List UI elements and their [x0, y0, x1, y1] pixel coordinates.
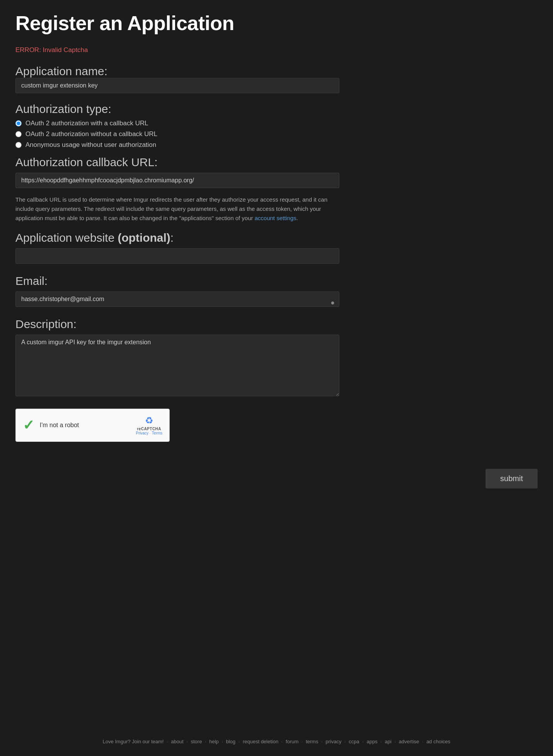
footer-request-deletion[interactable]: request deletion: [243, 739, 278, 744]
footer-apps[interactable]: apps: [367, 739, 378, 744]
callback-url-label: Authorization callback URL:: [15, 156, 339, 169]
captcha-checkmark-icon: ✓: [23, 417, 34, 433]
app-name-label: Application name:: [15, 65, 107, 77]
footer-store[interactable]: store: [191, 739, 202, 744]
app-name-input[interactable]: [15, 78, 339, 93]
captcha-links: Privacy - Terms: [136, 431, 162, 435]
callback-info-text: The callback URL is used to determine wh…: [15, 195, 339, 223]
footer-help[interactable]: help: [209, 739, 219, 744]
error-message: ERROR: Invalid Captcha: [15, 46, 339, 54]
footer-forum[interactable]: forum: [286, 739, 298, 744]
app-website-input[interactable]: [15, 248, 339, 264]
account-settings-link[interactable]: account settings: [255, 215, 296, 221]
radio-anonymous-label: Anonymous usage without user authorizati…: [25, 141, 156, 149]
app-website-label: Application website (optional):: [15, 231, 339, 244]
footer: Love Imgur? Join our team! · about · sto…: [0, 739, 553, 744]
radio-anonymous-input[interactable]: [15, 142, 22, 148]
footer-api[interactable]: api: [385, 739, 391, 744]
captcha-label: I'm not a robot: [40, 422, 79, 429]
footer-blog[interactable]: blog: [226, 739, 236, 744]
footer-ad-choices[interactable]: ad choices: [427, 739, 450, 744]
submit-button[interactable]: submit: [486, 469, 538, 488]
captcha-widget[interactable]: ✓ I'm not a robot ♻ reCAPTCHA Privacy - …: [15, 409, 170, 442]
radio-oauth-no-callback-label: OAuth 2 authorization without a callback…: [25, 130, 157, 138]
footer-love: Love Imgur? Join our team!: [103, 739, 164, 744]
captcha-terms-link[interactable]: Terms: [152, 431, 162, 435]
email-input[interactable]: [15, 291, 339, 307]
captcha-left: ✓ I'm not a robot: [23, 417, 79, 433]
footer-terms[interactable]: terms: [306, 739, 319, 744]
description-textarea[interactable]: A custom imgur API key for the imgur ext…: [15, 335, 339, 396]
page-title: Register an Application: [15, 12, 339, 35]
radio-oauth-no-callback[interactable]: OAuth 2 authorization without a callback…: [15, 130, 339, 138]
captcha-right: ♻ reCAPTCHA Privacy - Terms: [136, 415, 162, 435]
description-label: Description:: [15, 318, 339, 331]
radio-anonymous[interactable]: Anonymous usage without user authorizati…: [15, 141, 339, 149]
radio-oauth-callback-input[interactable]: [15, 120, 22, 126]
radio-oauth-no-callback-input[interactable]: [15, 131, 22, 137]
footer-ccpa[interactable]: ccpa: [349, 739, 359, 744]
email-icon: ●: [330, 299, 335, 307]
radio-oauth-callback[interactable]: OAuth 2 authorization with a callback UR…: [15, 120, 339, 127]
captcha-privacy-link[interactable]: Privacy: [136, 431, 148, 435]
email-label: Email:: [15, 274, 339, 288]
captcha-brand: reCAPTCHA: [136, 427, 162, 431]
radio-oauth-callback-label: OAuth 2 authorization with a callback UR…: [25, 120, 148, 127]
footer-advertise[interactable]: advertise: [399, 739, 419, 744]
recaptcha-logo-icon: ♻: [136, 415, 162, 426]
footer-privacy[interactable]: privacy: [325, 739, 341, 744]
callback-url-input[interactable]: [15, 173, 339, 188]
footer-about[interactable]: about: [171, 739, 184, 744]
auth-type-label: Authorization type:: [15, 103, 339, 116]
auth-type-group: OAuth 2 authorization with a callback UR…: [15, 120, 339, 149]
